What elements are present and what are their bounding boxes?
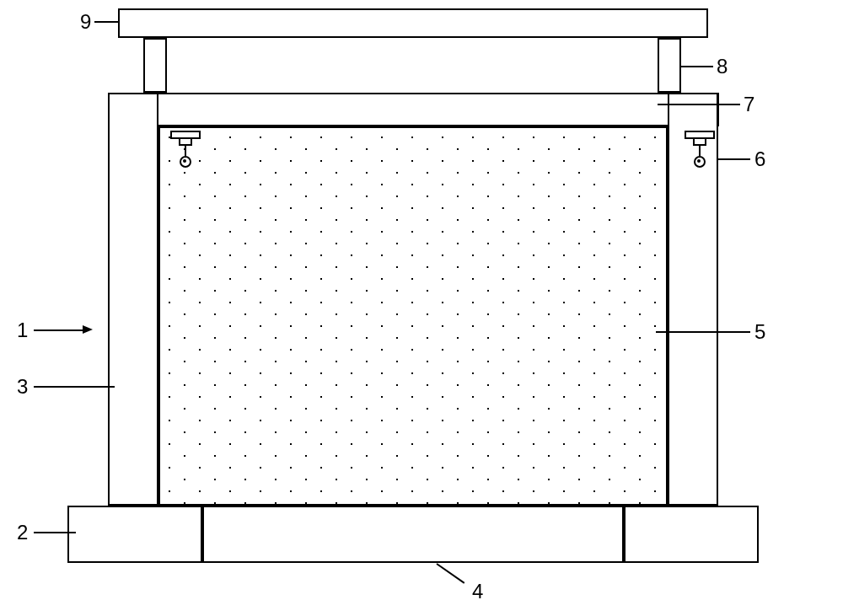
- top-plate-9: [118, 8, 708, 38]
- top-bar-7: [108, 93, 719, 126]
- leader-3: [34, 386, 115, 388]
- pulley-right-6: [683, 131, 717, 173]
- base-left-2: [67, 506, 202, 563]
- leader-8: [681, 66, 713, 67]
- label-5: 5: [754, 320, 765, 344]
- label-7: 7: [744, 93, 754, 116]
- label-8: 8: [717, 55, 728, 78]
- label-2: 2: [17, 521, 28, 544]
- left-column-3: [108, 93, 158, 506]
- base-middle-4: [202, 506, 624, 563]
- leader-2: [34, 532, 76, 533]
- label-1: 1: [17, 319, 28, 342]
- leader-9: [94, 21, 118, 23]
- support-post-left: [143, 38, 167, 93]
- leader-6: [717, 158, 750, 160]
- arrow-1-icon: [83, 325, 93, 334]
- leader-7: [658, 104, 740, 105]
- pulley-left: [169, 131, 202, 173]
- base-right: [624, 506, 759, 563]
- leader-5: [656, 331, 750, 333]
- support-post-right-8: [658, 38, 681, 93]
- label-3: 3: [17, 375, 28, 399]
- label-9: 9: [80, 10, 91, 34]
- label-6: 6: [754, 147, 765, 171]
- label-4: 4: [472, 580, 483, 603]
- leader-4: [436, 563, 464, 584]
- dotted-panel-5: [158, 126, 668, 506]
- technical-diagram: 9 8 7 6 5 1 3 2 4: [67, 8, 809, 598]
- leader-1: [34, 329, 84, 331]
